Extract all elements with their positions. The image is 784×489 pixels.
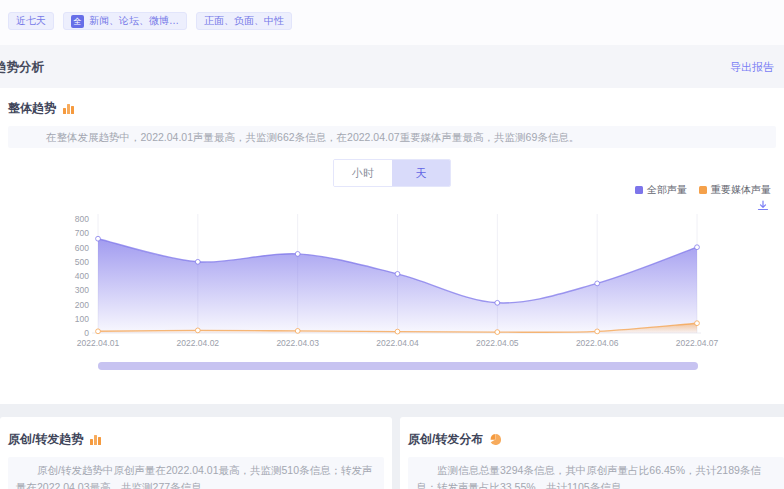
svg-text:2022.04.01: 2022.04.01: [77, 338, 120, 348]
svg-text:2022.04.07: 2022.04.07: [676, 338, 719, 348]
page-title: 趋势分析: [0, 59, 44, 76]
analytics-page: 近七天 全 新闻、论坛、微博… 正面、负面、中性 趋势分析 导出报告 整体趋势 …: [0, 0, 784, 489]
svg-text:2022.04.02: 2022.04.02: [177, 338, 220, 348]
legend-swatch-total: [635, 186, 643, 194]
trend-chart-canvas[interactable]: 01002003004005006007008002022.04.012022.…: [72, 200, 784, 355]
original-repost-trend-title-row: 原创/转发趋势: [8, 431, 102, 448]
legend-swatch-important-media: [699, 186, 707, 194]
time-range-label: 近七天: [16, 14, 46, 28]
overall-summary: 在整体发展趋势中，2022.04.01声量最高，共监测662条信息，在2022.…: [8, 126, 776, 148]
svg-text:200: 200: [75, 300, 89, 310]
chart-datazoom-scrollbar[interactable]: [98, 362, 698, 370]
svg-text:800: 800: [75, 214, 89, 224]
filter-chip-sentiment[interactable]: 正面、负面、中性: [196, 12, 292, 30]
svg-text:100: 100: [75, 314, 89, 324]
bar-chart-icon: [62, 102, 75, 115]
svg-text:700: 700: [75, 228, 89, 238]
svg-text:2022.04.06: 2022.04.06: [576, 338, 619, 348]
svg-text:2022.04.03: 2022.04.03: [276, 338, 319, 348]
toggle-day-button[interactable]: 天: [392, 160, 450, 186]
chart-legend: 全部声量 重要媒体声量: [635, 183, 771, 197]
svg-text:600: 600: [75, 243, 89, 253]
sources-label: 新闻、论坛、微博…: [89, 14, 179, 28]
original-repost-distribution-summary: 监测信息总量3294条信息，其中原创声量占比66.45%，共计2189条信息；转…: [408, 457, 784, 489]
legend-item-important-media[interactable]: 重要媒体声量: [699, 183, 771, 197]
svg-text:400: 400: [75, 271, 89, 281]
sentiment-label: 正面、负面、中性: [204, 14, 284, 28]
overall-trend-title: 整体趋势: [8, 100, 56, 117]
section-header: 趋势分析 导出报告: [0, 45, 784, 88]
original-repost-distribution-card: 原创/转发分布 监测信息总量3294条信息，其中原创声量占比66.45%，共计2…: [400, 417, 784, 489]
svg-text:300: 300: [75, 285, 89, 295]
legend-label-total: 全部声量: [647, 183, 687, 197]
toggle-hour-button[interactable]: 小时: [334, 160, 392, 186]
filter-chip-time-range[interactable]: 近七天: [8, 12, 54, 30]
chart-datazoom-thumb[interactable]: [98, 362, 698, 370]
original-repost-trend-summary: 原创/转发趋势中原创声量在2022.04.01最高，共监测510条信息；转发声量…: [8, 457, 384, 489]
trend-chart-area[interactable]: 01002003004005006007008002022.04.012022.…: [72, 200, 784, 355]
overall-trend-card: 整体趋势 在整体发展趋势中，2022.04.01声量最高，共监测662条信息，在…: [0, 88, 784, 404]
filter-bar: 近七天 全 新闻、论坛、微博… 正面、负面、中性: [0, 0, 784, 45]
original-repost-trend-title: 原创/转发趋势: [8, 431, 83, 448]
pie-chart-icon: [489, 433, 502, 446]
svg-text:0: 0: [84, 328, 89, 338]
original-repost-distribution-title: 原创/转发分布: [408, 431, 483, 448]
export-report-link[interactable]: 导出报告: [730, 60, 774, 75]
legend-item-total[interactable]: 全部声量: [635, 183, 687, 197]
granularity-toggle: 小时 天: [333, 159, 451, 187]
original-repost-distribution-title-row: 原创/转发分布: [408, 431, 502, 448]
svg-text:2022.04.04: 2022.04.04: [376, 338, 419, 348]
svg-text:2022.04.05: 2022.04.05: [476, 338, 519, 348]
original-repost-trend-card: 原创/转发趋势 原创/转发趋势中原创声量在2022.04.01最高，共监测510…: [0, 417, 392, 489]
sources-icon: 全: [71, 15, 84, 28]
filter-chip-sources[interactable]: 全 新闻、论坛、微博…: [63, 12, 187, 30]
legend-label-important-media: 重要媒体声量: [711, 183, 771, 197]
bar-chart-icon: [89, 433, 102, 446]
svg-text:500: 500: [75, 257, 89, 267]
overall-trend-title-row: 整体趋势: [8, 100, 75, 117]
